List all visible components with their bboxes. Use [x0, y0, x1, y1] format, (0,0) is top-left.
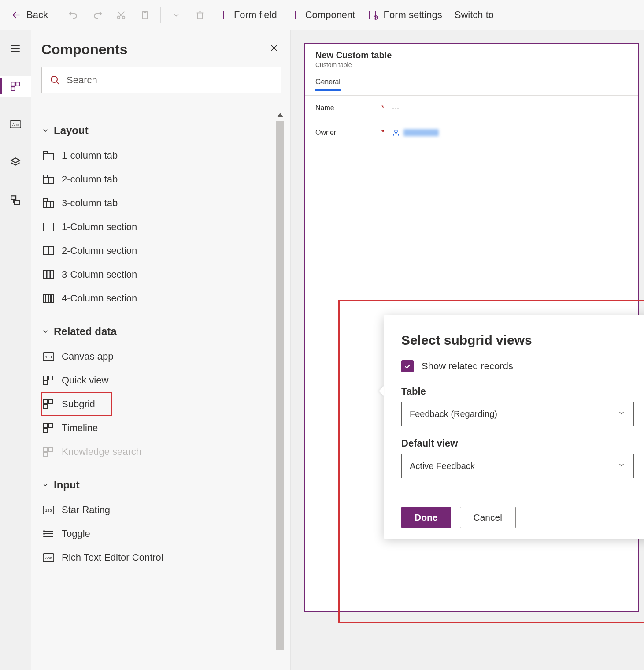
chevron-down-icon [618, 409, 625, 419]
form-card[interactable]: New Custom table Custom table General Na… [304, 43, 639, 612]
chevron-down-icon [41, 481, 49, 489]
component-star-rating[interactable]: 123 Star Rating [41, 498, 284, 522]
rail-hamburger-button[interactable] [5, 38, 26, 59]
svg-rect-24 [43, 247, 48, 255]
annotation-highlight-box: Select subgrid views Show related record… [338, 300, 644, 623]
owner-value [392, 129, 439, 137]
field-owner-label: Owner [315, 129, 377, 137]
panel-scrollbar[interactable] [276, 109, 284, 670]
redo-button[interactable] [86, 7, 108, 23]
show-related-checkbox[interactable]: Show related records [401, 360, 634, 372]
toggle-icon [42, 529, 55, 539]
svg-text:Abc: Abc [12, 123, 19, 127]
component-2-column-section[interactable]: 2-Column section [41, 239, 284, 263]
more-chevron-button[interactable] [165, 7, 187, 23]
component-canvas-app[interactable]: 123 Canvas app [41, 345, 284, 368]
form-subtitle: Custom table [315, 61, 627, 68]
form-title: New Custom table [315, 50, 627, 60]
canvas-app-icon: 123 [42, 352, 55, 361]
rail-abc-button[interactable]: Abc [5, 114, 26, 135]
table-field-label: Table [401, 386, 634, 397]
plus-icon [218, 9, 229, 21]
search-placeholder: Search [67, 74, 97, 86]
view-field-label: Default view [401, 438, 634, 449]
view-select[interactable]: Active Feedback [401, 454, 634, 478]
add-component-button[interactable]: Component [284, 7, 361, 23]
svg-rect-44 [44, 447, 48, 451]
undo-icon [68, 9, 79, 21]
svg-rect-27 [47, 271, 50, 279]
svg-rect-6 [11, 82, 15, 86]
component-toggle[interactable]: Toggle [41, 522, 284, 546]
undo-button[interactable] [63, 7, 85, 23]
component-subgrid[interactable]: Subgrid [41, 392, 112, 416]
cancel-button[interactable]: Cancel [460, 507, 516, 528]
svg-rect-26 [43, 271, 46, 279]
svg-rect-25 [49, 247, 54, 255]
svg-rect-41 [44, 424, 48, 428]
switch-button[interactable]: Switch to [449, 7, 499, 23]
svg-rect-20 [43, 201, 54, 208]
done-label: Done [415, 512, 438, 523]
svg-point-54 [44, 536, 44, 537]
cut-button[interactable] [110, 7, 132, 23]
rail-components-button[interactable] [0, 76, 31, 97]
component-quick-view[interactable]: Quick view [41, 368, 284, 392]
layers-icon [10, 156, 21, 168]
label: Toggle [62, 528, 90, 540]
popover-title: Select subgrid views [401, 333, 634, 348]
component-1-column-tab[interactable]: 1-column tab [41, 144, 284, 168]
label: 4-Column section [62, 293, 137, 304]
sec-4col-icon [42, 294, 55, 303]
form-tab-general[interactable]: General [315, 76, 341, 91]
add-form-field-button[interactable]: Form field [213, 7, 282, 23]
form-settings-button[interactable]: Form settings [362, 7, 447, 23]
label: Rich Text Editor Control [62, 552, 163, 563]
label: 2-Column section [62, 245, 137, 257]
svg-text:123: 123 [45, 508, 52, 513]
scrollbar-thumb[interactable] [276, 121, 284, 650]
section-related-header[interactable]: Related data [41, 325, 284, 338]
label: Canvas app [62, 351, 113, 362]
done-button[interactable]: Done [401, 507, 451, 528]
section-input-header[interactable]: Input [41, 479, 284, 491]
panel-close-button[interactable] [266, 41, 281, 58]
svg-rect-29 [43, 294, 45, 302]
sec-2col-icon [42, 246, 55, 256]
form-settings-label: Form settings [383, 9, 442, 21]
components-panel: Components Search Layout 1-column tab 2-… [31, 30, 291, 670]
label: Star Rating [62, 504, 110, 516]
component-knowledge-search: Knowledge search [41, 440, 284, 464]
section-layout-header[interactable]: Layout [41, 124, 284, 137]
rail-layers-button[interactable] [5, 152, 26, 173]
search-input[interactable]: Search [41, 67, 281, 93]
checkbox-checked-icon [401, 360, 414, 372]
label: 1-Column section [62, 221, 137, 233]
component-4-column-section[interactable]: 4-Column section [41, 287, 284, 310]
subgrid-icon [42, 399, 55, 409]
left-rail: Abc [0, 30, 31, 670]
back-button[interactable]: Back [5, 7, 53, 23]
delete-button[interactable] [189, 7, 211, 23]
svg-rect-28 [51, 271, 54, 279]
chevron-down-icon [41, 328, 49, 335]
chevron-down-icon [618, 461, 625, 471]
owner-name-redacted [403, 129, 439, 136]
component-2-column-tab[interactable]: 2-column tab [41, 168, 284, 191]
popover-arrow-icon [379, 386, 384, 396]
rail-tree-button[interactable] [5, 190, 26, 211]
field-name-row[interactable]: Name * --- [305, 96, 638, 120]
svg-rect-32 [51, 294, 54, 302]
label: Subgrid [62, 398, 95, 410]
component-1-column-section[interactable]: 1-Column section [41, 215, 284, 239]
required-icon: * [381, 104, 388, 112]
component-rich-text[interactable]: Abc Rich Text Editor Control [41, 546, 284, 570]
table-select[interactable]: Feedback (Regarding) [401, 402, 634, 426]
back-label: Back [26, 9, 48, 21]
field-name-value: --- [392, 104, 399, 112]
component-timeline[interactable]: Timeline [41, 416, 284, 440]
component-3-column-tab[interactable]: 3-column tab [41, 191, 284, 215]
component-3-column-section[interactable]: 3-Column section [41, 263, 284, 287]
field-owner-row[interactable]: Owner * [305, 120, 638, 145]
paste-button[interactable] [134, 7, 156, 23]
